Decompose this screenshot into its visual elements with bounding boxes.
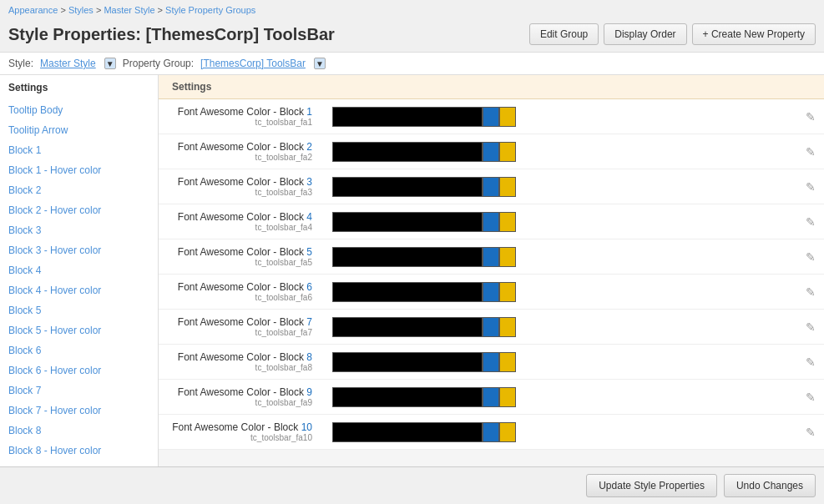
edit-icon-6[interactable]: ✎ bbox=[806, 320, 816, 334]
prop-label-2: Font Awesome Color - Block 3 bbox=[178, 176, 312, 188]
table-row: Font Awesome Color - Block 3 tc_toolsbar… bbox=[159, 169, 824, 204]
sidebar-item-6[interactable]: Block 3 bbox=[0, 220, 158, 240]
color-text-input-4[interactable] bbox=[332, 247, 483, 267]
edit-icon-1[interactable]: ✎ bbox=[806, 145, 816, 159]
color-text-input-1[interactable] bbox=[332, 142, 483, 162]
prop-label-0: Font Awesome Color - Block 1 bbox=[178, 106, 312, 118]
edit-icon-0[interactable]: ✎ bbox=[806, 110, 816, 123]
sidebar-item-10[interactable]: Block 5 bbox=[0, 300, 158, 320]
edit-icon-8[interactable]: ✎ bbox=[806, 391, 816, 404]
sidebar-item-0[interactable]: Tooltip Body bbox=[0, 100, 158, 120]
color-swatch-blue-3[interactable] bbox=[483, 212, 499, 232]
sidebar: Settings Tooltip BodyToolitip ArrowBlock… bbox=[0, 75, 159, 487]
sidebar-item-1[interactable]: Toolitip Arrow bbox=[0, 120, 158, 140]
breadcrumb-master-style[interactable]: Master Style bbox=[104, 5, 154, 15]
color-swatch-yellow-1[interactable] bbox=[499, 142, 516, 162]
color-swatch-blue-6[interactable] bbox=[483, 317, 499, 337]
edit-icon-3[interactable]: ✎ bbox=[806, 215, 816, 229]
style-value[interactable]: Master Style bbox=[40, 58, 96, 69]
edit-icon-9[interactable]: ✎ bbox=[806, 426, 816, 439]
prop-block-num-3: 4 bbox=[306, 211, 312, 223]
sidebar-item-7[interactable]: Block 3 - Hover color bbox=[0, 240, 158, 260]
property-group-value[interactable]: [ThemesCorp] ToolsBar bbox=[200, 58, 306, 69]
color-swatch-blue-2[interactable] bbox=[483, 177, 499, 197]
sidebar-item-11[interactable]: Block 5 - Hover color bbox=[0, 320, 158, 340]
color-input-wrap-2 bbox=[332, 177, 516, 197]
color-text-input-9[interactable] bbox=[332, 422, 483, 442]
sidebar-item-3[interactable]: Block 1 - Hover color bbox=[0, 160, 158, 180]
color-input-wrap-3 bbox=[332, 212, 516, 232]
color-text-input-2[interactable] bbox=[332, 177, 483, 197]
prop-label-8: Font Awesome Color - Block 9 bbox=[178, 386, 312, 398]
breadcrumb-styles[interactable]: Styles bbox=[68, 5, 94, 15]
color-swatch-yellow-6[interactable] bbox=[499, 317, 516, 337]
color-swatch-blue-0[interactable] bbox=[483, 107, 499, 127]
prop-label-5: Font Awesome Color - Block 6 bbox=[178, 281, 312, 293]
color-text-input-3[interactable] bbox=[332, 212, 483, 232]
color-swatch-yellow-0[interactable] bbox=[499, 107, 516, 127]
sidebar-item-15[interactable]: Block 7 - Hover color bbox=[0, 401, 158, 421]
color-swatch-yellow-3[interactable] bbox=[499, 212, 516, 232]
sidebar-item-17[interactable]: Block 8 - Hover color bbox=[0, 441, 158, 461]
sidebar-item-12[interactable]: Block 6 bbox=[0, 340, 158, 360]
color-swatch-blue-7[interactable] bbox=[483, 352, 499, 372]
color-swatch-yellow-9[interactable] bbox=[499, 422, 516, 442]
prop-code-6: tc_toolsbar_fa7 bbox=[172, 328, 312, 337]
sidebar-item-8[interactable]: Block 4 bbox=[0, 260, 158, 280]
prop-code-3: tc_toolsbar_fa4 bbox=[172, 223, 312, 232]
update-style-properties-button[interactable]: Update Style Properties bbox=[586, 474, 717, 497]
edit-icon-2[interactable]: ✎ bbox=[806, 180, 816, 194]
color-swatch-yellow-5[interactable] bbox=[499, 282, 516, 302]
edit-icon-5[interactable]: ✎ bbox=[806, 285, 816, 299]
table-row: Font Awesome Color - Block 10 tc_toolsba… bbox=[159, 415, 824, 450]
edit-group-button[interactable]: Edit Group bbox=[529, 23, 599, 45]
breadcrumb-style-property-groups[interactable]: Style Property Groups bbox=[165, 5, 255, 15]
breadcrumb-appearance[interactable]: Appearance bbox=[8, 5, 58, 15]
page-title: Style Properties: [ThemesCorp] ToolsBar bbox=[8, 25, 335, 44]
edit-icon-4[interactable]: ✎ bbox=[806, 250, 816, 264]
color-text-input-5[interactable] bbox=[332, 282, 483, 302]
color-text-input-8[interactable] bbox=[332, 387, 483, 407]
color-input-wrap-0 bbox=[332, 107, 516, 127]
sidebar-item-13[interactable]: Block 6 - Hover color bbox=[0, 360, 158, 381]
sidebar-item-9[interactable]: Block 4 - Hover color bbox=[0, 280, 158, 300]
sidebar-item-5[interactable]: Block 2 - Hover color bbox=[0, 200, 158, 220]
color-swatch-yellow-2[interactable] bbox=[499, 177, 516, 197]
prop-code-5: tc_toolsbar_fa6 bbox=[172, 293, 312, 302]
color-text-input-6[interactable] bbox=[332, 317, 483, 337]
color-text-input-0[interactable] bbox=[332, 107, 483, 127]
style-bar: Style: Master Style ▼ Property Group: [T… bbox=[0, 52, 824, 75]
style-dropdown-arrow[interactable]: ▼ bbox=[104, 58, 116, 69]
prop-block-num-9: 10 bbox=[301, 421, 312, 433]
color-swatch-yellow-7[interactable] bbox=[499, 352, 516, 372]
prop-code-2: tc_toolsbar_fa3 bbox=[172, 188, 312, 197]
property-group-dropdown-arrow[interactable]: ▼ bbox=[314, 58, 326, 69]
sidebar-item-16[interactable]: Block 8 bbox=[0, 421, 158, 441]
color-swatch-blue-1[interactable] bbox=[483, 142, 499, 162]
color-swatch-blue-9[interactable] bbox=[483, 422, 499, 442]
display-order-button[interactable]: Display Order bbox=[604, 23, 686, 45]
color-swatch-yellow-4[interactable] bbox=[499, 247, 516, 267]
prop-block-num-7: 8 bbox=[306, 351, 312, 363]
sidebar-item-4[interactable]: Block 2 bbox=[0, 180, 158, 200]
color-swatch-yellow-8[interactable] bbox=[499, 387, 516, 407]
color-swatch-blue-4[interactable] bbox=[483, 247, 499, 267]
color-text-input-7[interactable] bbox=[332, 352, 483, 372]
sidebar-item-2[interactable]: Block 1 bbox=[0, 140, 158, 160]
prop-code-1: tc_toolsbar_fa2 bbox=[172, 153, 312, 162]
prop-block-num-6: 7 bbox=[306, 316, 312, 328]
table-row: Font Awesome Color - Block 5 tc_toolsbar… bbox=[159, 239, 824, 275]
color-swatch-blue-8[interactable] bbox=[483, 387, 499, 407]
prop-block-num-8: 9 bbox=[306, 386, 312, 398]
prop-code-4: tc_toolsbar_fa5 bbox=[172, 258, 312, 267]
sidebar-heading: Settings bbox=[0, 75, 158, 100]
sidebar-item-14[interactable]: Block 7 bbox=[0, 381, 158, 401]
color-swatch-blue-5[interactable] bbox=[483, 282, 499, 302]
prop-label-1: Font Awesome Color - Block 2 bbox=[178, 141, 312, 153]
undo-changes-button[interactable]: Undo Changes bbox=[724, 474, 816, 497]
table-row: Font Awesome Color - Block 7 tc_toolsbar… bbox=[159, 310, 824, 345]
color-input-wrap-4 bbox=[332, 247, 516, 267]
edit-icon-7[interactable]: ✎ bbox=[806, 355, 816, 369]
properties-body: Font Awesome Color - Block 1 tc_toolsbar… bbox=[159, 99, 824, 450]
create-new-property-button[interactable]: + Create New Property bbox=[692, 23, 816, 45]
